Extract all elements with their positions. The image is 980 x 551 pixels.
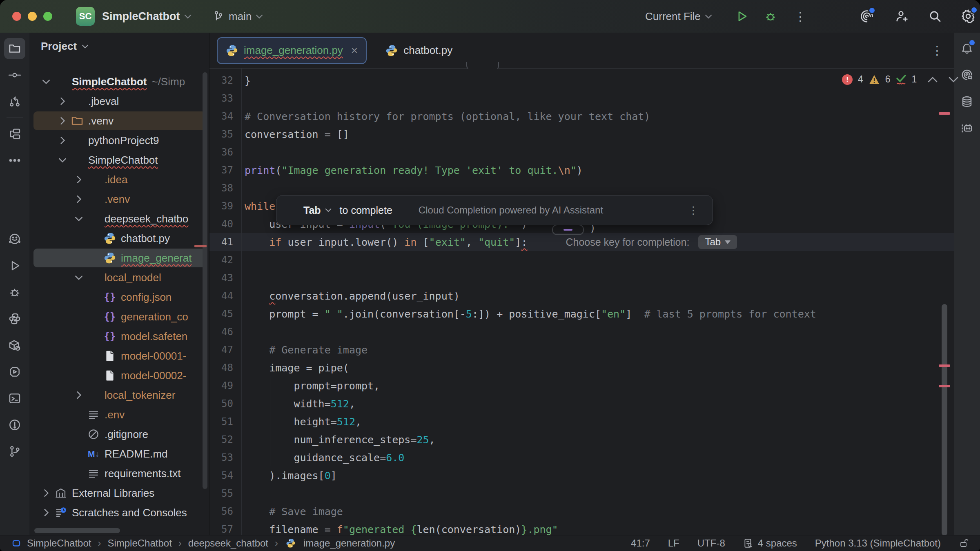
add-user-button[interactable] (894, 0, 909, 33)
tree-row--env[interactable]: .env (29, 405, 209, 424)
code-line-55[interactable]: 55 (209, 484, 954, 502)
chevron-right-icon[interactable] (41, 489, 51, 497)
chevron-right-icon[interactable] (41, 509, 51, 517)
project-selector[interactable]: SimpleChatbot (102, 0, 192, 33)
tree-row-deepseek-chatbo[interactable]: deepseek_chatbo (29, 209, 209, 229)
caret-position[interactable]: 41:7 (631, 538, 650, 549)
breadcrumbs[interactable]: SimpleChatbot›SimpleChatbot›deepseek_cha… (12, 537, 395, 549)
chevron-down-icon[interactable] (74, 216, 84, 222)
zoom-window-button[interactable] (43, 12, 52, 21)
tree-row-scratches-and-consoles[interactable]: Scratches and Consoles (29, 503, 209, 522)
completion-key-chip[interactable]: Tab (698, 235, 737, 249)
tree-row--jbeval[interactable]: .jbeval (29, 91, 209, 111)
chevron-right-icon[interactable] (57, 97, 68, 105)
chevron-right-icon[interactable] (57, 117, 68, 125)
breadcrumb-item[interactable]: deepseek_chatbot (188, 538, 268, 549)
code-line-33[interactable]: 33 (209, 89, 954, 107)
tree-row-model-safeten[interactable]: {}model.safeten (29, 327, 209, 346)
tree-row-model-00001-[interactable]: model-00001- (29, 346, 209, 366)
problems-icon[interactable] (4, 414, 25, 435)
tree-row--idea[interactable]: .idea (29, 170, 209, 189)
tree-row-chatbot-py[interactable]: chatbot.py (29, 229, 209, 248)
code-line-45[interactable]: 45 prompt = " ".join(conversation[-5:]) … (209, 305, 954, 323)
tree-row-model-00002-[interactable]: model-00002- (29, 366, 209, 385)
python-interpreter[interactable]: Python 3.13 (SimpleChatbot) (815, 538, 941, 549)
code-editor[interactable]: 32}3334# Conversation history for prompt… (209, 69, 954, 535)
structure-icon[interactable] (4, 123, 25, 144)
debug-icon[interactable] (4, 282, 25, 303)
git-branch-icon[interactable] (4, 441, 25, 462)
tree-row-readme-md[interactable]: M↓README.md (29, 444, 209, 464)
minimize-window-button[interactable] (28, 12, 37, 21)
tree-row-external-libraries[interactable]: External Libraries (29, 483, 209, 503)
code-line-37[interactable]: 37print("Image generation ready! Type 'e… (209, 161, 954, 179)
tab-chatbot[interactable]: chatbot.py (377, 38, 461, 63)
project-tree-scrollbar[interactable] (203, 72, 207, 489)
python-packages-icon[interactable] (4, 335, 25, 356)
code-line-48[interactable]: 48 image = pipe( (209, 359, 954, 377)
code-line-52[interactable]: 52 num_inference_steps=25, (209, 431, 954, 449)
tree-row-simplechatbot[interactable]: SimpleChatbot (29, 150, 209, 170)
lock-icon[interactable] (959, 538, 969, 549)
code-line-35[interactable]: 35conversation = [] (209, 125, 954, 143)
tree-row-simplechatbot[interactable]: SimpleChatbot~/Simp (29, 72, 209, 91)
code-line-46[interactable]: 46 (209, 323, 954, 341)
popup-options-icon[interactable]: ⋮ (688, 204, 699, 217)
code-line-41[interactable]: 41 if user_input.lower() in ["exit", "qu… (209, 233, 954, 251)
project-view-selector[interactable]: Project (41, 40, 89, 53)
code-line-51[interactable]: 51 height=512, (209, 413, 954, 431)
ai-chat-icon[interactable] (956, 64, 978, 86)
chevron-right-icon[interactable] (74, 391, 84, 399)
prev-problem-icon[interactable] (928, 77, 938, 82)
indent-setting[interactable]: 4 spaces (743, 538, 797, 549)
next-problem-icon[interactable] (949, 77, 958, 82)
ai-completion-popup[interactable]: Tab to complete Cloud Completion powered… (276, 195, 713, 225)
notifications-icon[interactable] (956, 38, 978, 59)
code-line-43[interactable]: 43 (209, 269, 954, 287)
run-button[interactable] (735, 0, 749, 33)
breadcrumb-file[interactable]: image_generation.py (303, 538, 395, 549)
tree-row--venv[interactable]: .venv (29, 189, 209, 209)
pull-requests-icon[interactable] (4, 91, 25, 112)
huggingface-icon[interactable] (4, 229, 25, 250)
file-encoding[interactable]: UTF-8 (697, 538, 725, 549)
code-line-54[interactable]: 54 ).images[0] (209, 467, 954, 484)
chevron-down-icon[interactable] (41, 79, 51, 84)
tree-row--venv[interactable]: .venv (29, 111, 209, 131)
tree-row-pythonproject9[interactable]: pythonProject9 (29, 131, 209, 150)
project-tree-hscrollbar[interactable] (34, 528, 120, 533)
code-line-44[interactable]: 44 conversation.append(user_input) (209, 287, 954, 305)
chevron-right-icon[interactable] (74, 176, 84, 184)
tab-image-generation[interactable]: image_generation.py × (217, 37, 367, 64)
database-icon[interactable] (956, 91, 978, 112)
code-line-38[interactable]: 38 (209, 179, 954, 197)
branch-selector[interactable]: main (212, 0, 263, 33)
tree-row--gitignore[interactable]: .gitignore (29, 424, 209, 444)
debug-button[interactable] (764, 0, 777, 33)
terminal-icon[interactable] (4, 388, 25, 409)
code-line-56[interactable]: 56 # Save image (209, 502, 954, 520)
code-line-36[interactable]: 36 (209, 143, 954, 161)
close-window-button[interactable] (12, 12, 21, 21)
breadcrumb-item[interactable]: SimpleChatbot (107, 538, 172, 549)
chevron-right-icon[interactable] (74, 195, 84, 203)
code-line-49[interactable]: 49 prompt=prompt, (209, 377, 954, 395)
breadcrumb-item[interactable]: SimpleChatbot (27, 538, 91, 549)
close-tab-icon[interactable]: × (351, 44, 358, 57)
run-icon[interactable] (4, 255, 25, 276)
ai-assistant-button[interactable] (860, 0, 874, 33)
commit-icon[interactable] (4, 64, 25, 86)
python-console-icon[interactable] (4, 308, 25, 329)
code-line-42[interactable]: 42 (209, 251, 954, 269)
code-line-34[interactable]: 34# Conversation history for prompts (op… (209, 107, 954, 125)
code-line-57[interactable]: 57 filename = f"generated_{len(conversat… (209, 520, 954, 535)
chevron-right-icon[interactable] (57, 136, 68, 144)
line-separator[interactable]: LF (668, 538, 679, 549)
tree-row-image-generat[interactable]: image_generat (29, 248, 209, 268)
tree-row-requirements-txt[interactable]: requirements.txt (29, 464, 209, 483)
code-line-50[interactable]: 50 width=512, (209, 395, 954, 413)
tree-row-config-json[interactable]: {}config.json (29, 287, 209, 307)
code-line-53[interactable]: 53 guidance_scale=6.0 (209, 449, 954, 467)
search-everywhere-button[interactable] (928, 0, 942, 33)
more-icon[interactable] (4, 150, 25, 171)
